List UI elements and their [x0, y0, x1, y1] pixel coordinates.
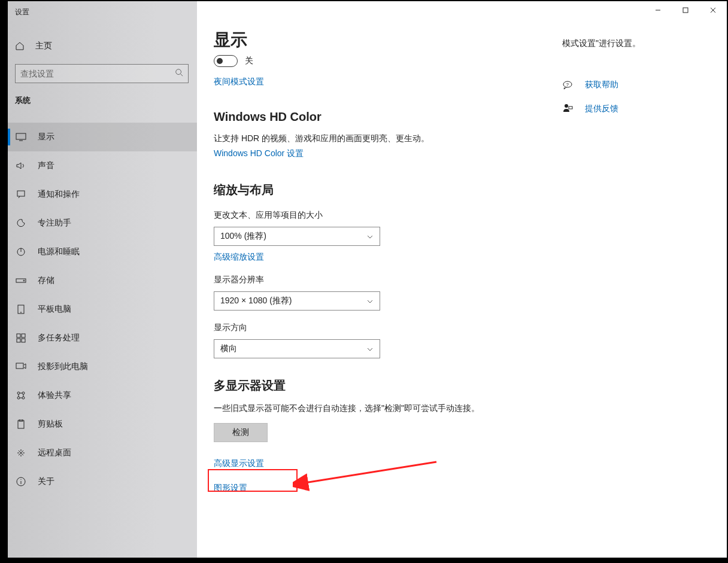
svg-rect-17: [18, 421, 24, 428]
nav-item-share[interactable]: 体验共享: [8, 381, 197, 410]
night-light-state: 关: [245, 56, 253, 66]
help-icon: ?: [562, 80, 575, 90]
nav-item-multitask[interactable]: 多任务处理: [8, 324, 197, 352]
home-label: 主页: [35, 41, 52, 51]
multi-desc: 一些旧式显示器可能不会进行自动连接，选择"检测"即可尝试手动连接。: [214, 402, 547, 415]
settings-window: 设置 主页 系统 显示: [8, 1, 727, 558]
resolution-dropdown[interactable]: 1920 × 1080 (推荐): [214, 291, 380, 311]
nav-item-power[interactable]: 电源和睡眠: [8, 238, 197, 266]
scale-title: 缩放与布局: [214, 182, 547, 198]
nav-label: 剪贴板: [38, 419, 63, 430]
advanced-scale-link[interactable]: 高级缩放设置: [214, 252, 264, 263]
home-button[interactable]: 主页: [8, 35, 197, 57]
search-field[interactable]: [20, 69, 175, 78]
svg-rect-11: [22, 339, 25, 342]
close-button[interactable]: [699, 1, 727, 19]
multi-title: 多显示器设置: [214, 378, 547, 394]
scale-value: 100% (推荐): [220, 231, 266, 242]
search-icon: [175, 68, 183, 79]
advanced-display-link[interactable]: 高级显示设置: [214, 458, 264, 469]
nav-item-storage[interactable]: 存储: [8, 266, 197, 295]
nav-item-clipboard[interactable]: 剪贴板: [8, 410, 197, 439]
storage-icon: [15, 277, 27, 284]
notification-icon: [15, 190, 27, 199]
scale-dropdown[interactable]: 100% (推荐): [214, 227, 380, 246]
scale-label: 更改文本、应用等项目的大小: [214, 210, 547, 221]
svg-rect-2: [17, 191, 25, 196]
nav-label: 关于: [38, 476, 54, 487]
category-label: 系统: [8, 83, 197, 111]
feedback-row[interactable]: 提供反馈: [562, 104, 724, 114]
nav-label: 显示: [38, 132, 54, 142]
nav-label: 远程桌面: [38, 448, 71, 458]
help-row[interactable]: ? 获取帮助: [562, 80, 724, 90]
svg-rect-9: [22, 334, 25, 337]
nav-label: 多任务处理: [38, 333, 80, 343]
chevron-down-icon: [366, 296, 374, 306]
minimize-button[interactable]: [644, 1, 672, 19]
nav-item-tablet[interactable]: 平板电脑: [8, 295, 197, 324]
svg-rect-10: [17, 339, 20, 342]
resolution-label: 显示器分辨率: [214, 275, 547, 285]
svg-text:?: ?: [566, 82, 569, 87]
svg-point-23: [565, 104, 568, 108]
tablet-icon: [15, 305, 27, 314]
svg-point-0: [176, 69, 181, 75]
hd-color-title: Windows HD Color: [214, 110, 547, 124]
svg-rect-1: [16, 133, 26, 139]
hd-color-link[interactable]: Windows HD Color 设置: [214, 148, 304, 159]
maximize-button[interactable]: [672, 1, 699, 19]
titlebar-controls: [644, 1, 727, 19]
svg-rect-20: [683, 8, 688, 13]
feedback-link[interactable]: 提供反馈: [585, 104, 618, 114]
nav-label: 通知和操作: [38, 189, 80, 200]
svg-point-14: [22, 392, 25, 394]
info-icon: [15, 477, 27, 486]
display-icon: [15, 133, 27, 141]
nav-item-remote[interactable]: 远程桌面: [8, 439, 197, 467]
svg-rect-12: [16, 363, 23, 369]
nav-label: 存储: [38, 275, 54, 286]
help-link[interactable]: 获取帮助: [585, 80, 618, 90]
project-icon: [15, 363, 27, 371]
nav-label: 专注助手: [38, 218, 71, 229]
orientation-label: 显示方向: [214, 322, 547, 333]
nav-item-sound[interactable]: 声音: [8, 151, 197, 180]
resolution-value: 1920 × 1080 (推荐): [220, 296, 292, 306]
nav-label: 声音: [38, 160, 54, 171]
focus-icon: [15, 218, 27, 228]
sidebar: 设置 主页 系统 显示: [8, 1, 197, 558]
nav-item-notifications[interactable]: 通知和操作: [8, 180, 197, 209]
home-icon: [15, 41, 25, 51]
nav-label: 投影到此电脑: [38, 361, 88, 372]
nav-item-focus[interactable]: 专注助手: [8, 209, 197, 238]
window-title: 设置: [8, 1, 197, 17]
right-text-fragment: 模式设置"进行设置。: [562, 37, 724, 50]
multitask-icon: [15, 333, 27, 343]
detect-button[interactable]: 检测: [214, 423, 268, 442]
power-icon: [15, 247, 27, 257]
nav-label: 平板电脑: [38, 304, 71, 315]
page-title: 显示: [214, 29, 547, 51]
night-light-toggle[interactable]: [214, 55, 238, 67]
orientation-value: 横向: [220, 343, 237, 354]
svg-point-16: [22, 397, 25, 399]
right-column: 模式设置"进行设置。 ? 获取帮助 提供反馈: [562, 37, 724, 114]
search-input[interactable]: [15, 64, 189, 83]
content-area: 显示 关 夜间模式设置 Windows HD Color 让支持 HDR 的视频…: [197, 1, 727, 558]
svg-rect-8: [17, 334, 20, 337]
nav-item-about[interactable]: 关于: [8, 467, 197, 496]
night-light-settings-link[interactable]: 夜间模式设置: [214, 77, 264, 87]
orientation-dropdown[interactable]: 横向: [214, 339, 380, 358]
remote-icon: [15, 448, 27, 458]
nav-label: 体验共享: [38, 390, 71, 401]
nav-item-project[interactable]: 投影到此电脑: [8, 352, 197, 381]
share-icon: [15, 391, 27, 400]
chevron-down-icon: [366, 232, 374, 241]
graphics-settings-link[interactable]: 图形设置: [214, 483, 247, 494]
nav-list: 显示 声音 通知和操作 专注助手 电源和睡眠: [8, 123, 197, 496]
chevron-down-icon: [366, 344, 374, 354]
sound-icon: [15, 162, 27, 170]
nav-item-display[interactable]: 显示: [8, 123, 197, 151]
svg-point-5: [23, 280, 25, 281]
